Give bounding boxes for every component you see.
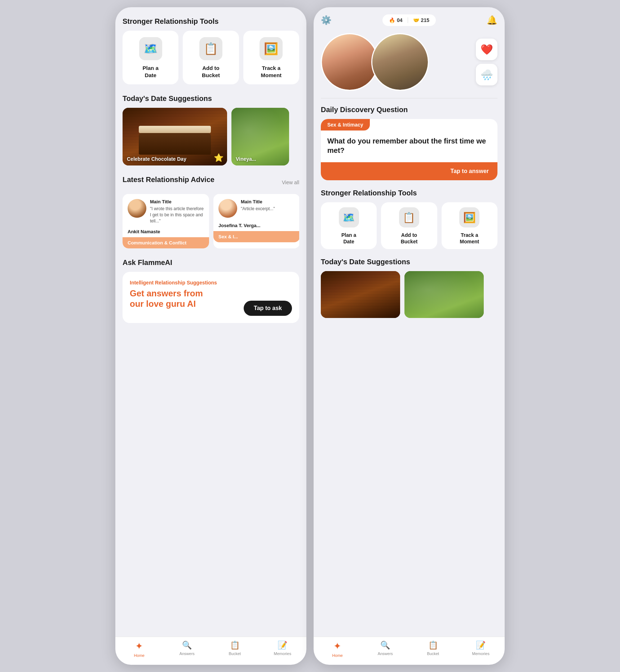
discovery-card: Sex & Intimacy What do you remember abou…: [321, 119, 497, 180]
josefina-text: Main Title "Article excerpt...": [241, 199, 295, 218]
right-answers-icon: 🔍: [380, 641, 390, 650]
right-add-bucket-icon: 📋: [399, 207, 419, 227]
right-nav-home-label: Home: [332, 653, 343, 658]
tap-ask-button[interactable]: Tap to ask: [244, 301, 292, 316]
ask-ai-card: Intelligent Relationship Suggestions Get…: [123, 272, 299, 323]
ask-ai-subtitle: Intelligent Relationship Suggestions: [130, 280, 292, 286]
right-tools-section: Stronger Relationship Tools 🗺️ Plan aDat…: [321, 189, 497, 249]
date-suggestions-title: Today's Date Suggestions: [123, 94, 299, 103]
advice-card-josefina[interactable]: Main Title "Article excerpt..." Josefina…: [213, 194, 299, 248]
ankit-text: Main Title "I wrote this article therefo…: [150, 199, 204, 224]
right-tool-add-bucket[interactable]: 📋 Add toBucket: [381, 202, 437, 249]
memories-icon: 📝: [278, 641, 287, 650]
gear-icon[interactable]: ⚙️: [321, 15, 332, 25]
right-track-moment-label: Track aMoment: [460, 232, 479, 245]
right-add-bucket-label: Add toBucket: [401, 232, 418, 245]
date-card-chocolate[interactable]: Celebrate Chocolate Day ⭐: [123, 108, 227, 165]
ankit-name: Ankit Namaste: [123, 229, 209, 237]
right-tools-title: Stronger Relationship Tools: [321, 189, 497, 197]
ask-ai-title: Ask FlammeAI: [123, 258, 299, 267]
right-phone: ⚙️ 🔥 04 🤝 215 🔔: [314, 7, 505, 665]
josefina-avatar: [218, 199, 237, 218]
right-nav-home[interactable]: ✦ Home: [314, 641, 362, 658]
woman-avatar: [321, 33, 378, 91]
reaction-buttons: ❤️ 🌧️: [476, 39, 497, 85]
home-sparkle-icon: ✦: [135, 641, 143, 652]
nav-memories[interactable]: 📝 Memories: [259, 641, 307, 658]
nav-answers-label: Answers: [180, 651, 195, 656]
ankit-excerpt: "I wrote this article therefore I get to…: [150, 206, 204, 224]
advice-header: Latest Relationship Advice View all: [123, 176, 299, 189]
tool-add-bucket[interactable]: 📋 Add toBucket: [183, 31, 239, 84]
answers-icon: 🔍: [182, 641, 192, 650]
right-nav-bucket[interactable]: 📋 Bucket: [409, 641, 457, 658]
couple-section: ❤️ 🌧️: [321, 33, 497, 91]
add-bucket-label: Add toBucket: [202, 65, 220, 79]
view-all-link[interactable]: View all: [282, 180, 299, 185]
daily-discovery-section: Daily Discovery Question Sex & Intimacy …: [321, 106, 497, 180]
right-tools-grid: 🗺️ Plan aDate 📋 Add toBucket 🖼️ Track aM…: [321, 202, 497, 249]
tap-answer-button[interactable]: Tap to answer: [321, 162, 497, 180]
heart-reaction-button[interactable]: ❤️: [476, 39, 497, 60]
josefina-main-title: Main Title: [241, 199, 295, 204]
bell-icon[interactable]: 🔔: [487, 15, 497, 25]
right-nav-memories[interactable]: 📝 Memories: [457, 641, 505, 658]
daily-discovery-title: Daily Discovery Question: [321, 106, 497, 114]
discovery-tag[interactable]: Sex & Intimacy: [321, 119, 370, 131]
hearts-icon: 🤝: [413, 17, 419, 23]
right-nav-answers[interactable]: 🔍 Answers: [362, 641, 409, 658]
left-phone: Stronger Relationship Tools 🗺️ Plan aDat…: [115, 7, 306, 665]
left-phone-content: Stronger Relationship Tools 🗺️ Plan aDat…: [115, 7, 306, 637]
bucket-icon: 📋: [230, 641, 240, 650]
advice-card-ankit[interactable]: Main Title "I wrote this article therefo…: [123, 194, 209, 248]
left-bottom-nav: ✦ Home 🔍 Answers 📋 Bucket 📝 Memories: [115, 637, 306, 665]
right-memories-icon: 📝: [476, 641, 486, 650]
right-header: ⚙️ 🔥 04 🤝 215 🔔: [321, 14, 497, 26]
right-date-card-vineyard[interactable]: [404, 271, 484, 318]
advice-card-body-1: Main Title "I wrote this article therefo…: [123, 194, 209, 229]
ankit-main-title: Main Title: [150, 199, 204, 204]
advice-section-title: Latest Relationship Advice: [123, 176, 214, 184]
heart-count: 215: [421, 17, 429, 23]
vineyard-label: Vineya...: [236, 156, 256, 162]
ankit-tag: Communication & Conflict: [123, 237, 209, 248]
nav-home[interactable]: ✦ Home: [115, 641, 163, 658]
plan-date-icon: 🗺️: [139, 37, 162, 60]
right-home-sparkle-icon: ✦: [333, 641, 341, 652]
header-stats: 🔥 04 🤝 215: [382, 14, 436, 26]
discovery-question: What do you remember about the first tim…: [321, 131, 497, 162]
right-tool-plan-date[interactable]: 🗺️ Plan aDate: [321, 202, 377, 249]
tool-plan-date[interactable]: 🗺️ Plan aDate: [123, 31, 178, 84]
josefina-name: Josefina T. Verga...: [213, 223, 299, 231]
divider: [321, 98, 497, 98]
nav-answers[interactable]: 🔍 Answers: [163, 641, 211, 658]
tools-grid: 🗺️ Plan aDate 📋 Add toBucket 🖼️ Track aM…: [123, 31, 299, 84]
right-bottom-nav: ✦ Home 🔍 Answers 📋 Bucket 📝 Memories: [314, 637, 505, 665]
man-avatar: [371, 33, 429, 91]
nav-bucket[interactable]: 📋 Bucket: [211, 641, 259, 658]
heart-stat: 🤝 215: [413, 17, 429, 23]
date-suggestions-section: Today's Date Suggestions Celebrate Choco…: [123, 94, 299, 165]
star-icon: ⭐: [214, 153, 223, 163]
add-bucket-icon: 📋: [199, 37, 222, 60]
chocolate-label: Celebrate Chocolate Day: [127, 156, 186, 162]
ankit-avatar: [128, 199, 146, 218]
date-card-vineyard[interactable]: Vineya...: [231, 108, 289, 165]
date-cards-list: Celebrate Chocolate Day ⭐ Vineya...: [123, 108, 299, 165]
fire-stat: 🔥 04: [389, 17, 403, 23]
right-date-suggestions: Today's Date Suggestions: [321, 258, 497, 318]
advice-section: Latest Relationship Advice View all Main…: [123, 176, 299, 248]
cloud-reaction-button[interactable]: 🌧️: [476, 64, 497, 85]
right-bucket-icon: 📋: [428, 641, 438, 650]
josefina-tag: Sex & I...: [213, 231, 299, 242]
right-tool-track-moment[interactable]: 🖼️ Track aMoment: [442, 202, 497, 249]
nav-home-label: Home: [134, 653, 145, 658]
plan-date-label: Plan aDate: [143, 65, 159, 79]
right-nav-answers-label: Answers: [378, 651, 393, 656]
right-nav-memories-label: Memories: [472, 651, 490, 656]
right-date-cards-list: [321, 271, 497, 318]
ask-ai-section: Ask FlammeAI Intelligent Relationship Su…: [123, 258, 299, 323]
advice-cards-list: Main Title "I wrote this article therefo…: [123, 194, 299, 248]
right-date-card-chocolate[interactable]: [321, 271, 400, 318]
tool-track-moment[interactable]: 🖼️ Track aMoment: [243, 31, 299, 84]
